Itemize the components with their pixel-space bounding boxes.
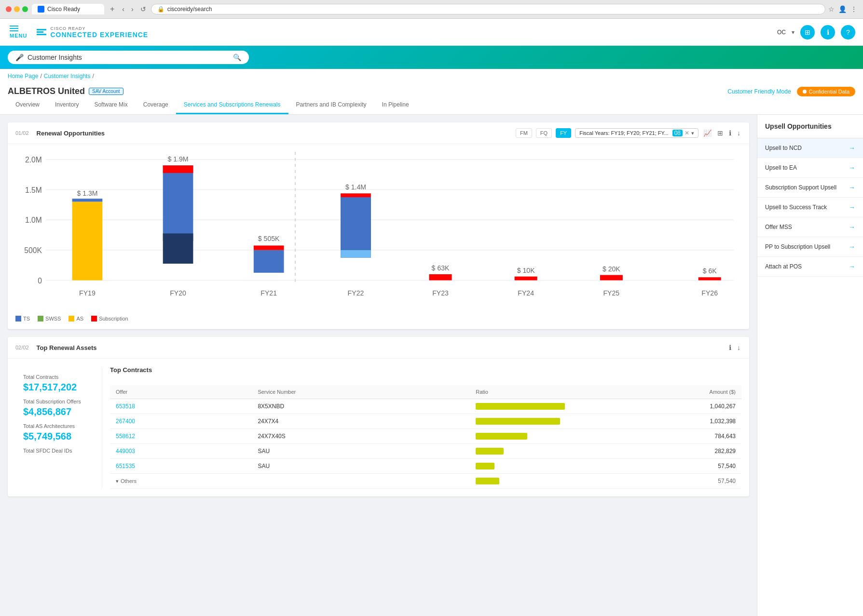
tab-overview[interactable]: Overview [8,96,47,114]
svg-rect-21 [254,245,284,250]
maximize-dot[interactable] [22,6,28,12]
top-renewal-download-icon[interactable]: ↓ [736,343,741,352]
top-renewal-controls: ℹ ↓ [728,343,741,352]
fm-button[interactable]: FM [516,128,532,138]
legend-swss: SWSS [38,316,61,321]
service-5: SAU [252,459,470,474]
logo-bar-3 [37,34,46,35]
service-2: 24X7X4 [252,414,470,429]
account-right: Customer Friendly Mode Confidential Data [727,87,855,96]
menu-dots-icon[interactable]: ⋮ [850,5,857,13]
success-track-arrow: → [849,203,855,211]
sidebar-item-attach-pos[interactable]: Attach at POS → [757,257,863,277]
sidebar-item-upsell-ea[interactable]: Upsell to EA → [757,158,863,178]
upsell-ea-label: Upsell to EA [765,164,797,171]
sidebar-item-sub-support[interactable]: Subscription Support Upsell → [757,178,863,198]
back-button[interactable]: ‹ [120,4,126,14]
tab-services-renewals[interactable]: Services and Subscriptions Renewals [176,96,288,114]
others-expand-button[interactable]: ▾ Others [116,478,137,484]
table-row: 653518 8X5XNBD 1,040,267 [110,399,741,414]
attach-pos-arrow: → [849,263,855,270]
new-tab-button[interactable]: + [108,5,116,13]
filter-tag[interactable]: Fiscal Years: FY19; FY20; FY21; FY... 08… [575,128,699,138]
breadcrumb-sep-2: / [92,73,94,80]
col-service: Service Number [252,385,470,399]
offer-link-5[interactable]: 651535 [116,463,135,469]
help-icon[interactable]: ? [841,25,855,40]
search-bar[interactable]: 🎤 🔍 [8,51,249,64]
col-offer: Offer [110,385,252,399]
chart-bar-icon[interactable]: ⊞ [716,128,724,138]
svg-rect-27 [341,250,371,258]
refresh-button[interactable]: ↺ [138,4,148,14]
top-renewal-info-icon[interactable]: ℹ [728,343,732,352]
service-4: SAU [252,444,470,459]
col-amount: Amount ($) [575,385,741,399]
svg-text:$ 1.9M: $ 1.9M [168,155,189,163]
star-icon[interactable]: ☆ [828,5,835,13]
renewal-chart-svg: 2.0M 1.5M 1.0M 500K 0 $ 1. [15,152,741,310]
sidebar-item-upsell-ncd[interactable]: Upsell to NCD → [757,138,863,158]
tab-software-mix[interactable]: Software Mix [86,96,135,114]
filter-close-icon[interactable]: ✕ [685,130,689,136]
mic-icon[interactable]: 🎤 [15,54,24,61]
main-content: 01/02 Renewal Opportunities FM FQ FY Fis… [0,115,757,616]
oc-label: OC [777,29,786,36]
download-icon[interactable]: ↓ [736,128,741,138]
fy-button[interactable]: FY [556,128,571,138]
others-service [252,474,470,489]
svg-text:FY24: FY24 [518,289,534,297]
card-controls: FM FQ FY Fiscal Years: FY19; FY20; FY21;… [516,128,741,138]
fq-button[interactable]: FQ [536,128,552,138]
svg-rect-25 [341,197,371,250]
customer-mode-link[interactable]: Customer Friendly Mode [727,88,791,95]
minimize-dot[interactable] [14,6,20,12]
tab-favicon [38,6,44,13]
svg-text:0: 0 [38,277,42,285]
address-bar[interactable]: 🔒 ciscoreidy/search [151,4,825,14]
ratio-cell-5 [470,459,575,474]
grid-icon[interactable]: ⊞ [800,25,815,40]
breadcrumb-home[interactable]: Home Page [8,73,38,80]
info-circle-icon[interactable]: ℹ [728,128,732,138]
table-row-others: ▾ Others 57,540 [110,474,741,489]
breadcrumb: Home Page / Customer Insights / [0,69,863,83]
success-track-label: Upsell to Success Track [765,204,827,211]
menu-button[interactable]: MENU [8,24,29,40]
close-dot[interactable] [6,6,12,12]
sidebar-item-success-track[interactable]: Upsell to Success Track → [757,198,863,217]
tab-in-pipeline[interactable]: In Pipeline [374,96,417,114]
offer-link-1[interactable]: 653518 [116,403,135,410]
chevron-down-icon[interactable]: ▾ [792,29,795,36]
profile-icon[interactable]: 👤 [838,5,847,13]
search-input[interactable] [27,54,229,61]
forward-button[interactable]: › [129,4,136,14]
ratio-cell-1 [470,399,575,414]
tab-inventory[interactable]: Inventory [47,96,86,114]
search-icon[interactable]: 🔍 [233,54,241,61]
tab-partners-ib[interactable]: Partners and IB Complexity [288,96,374,114]
svg-text:$ 6K: $ 6K [703,267,717,275]
chart-line-icon[interactable]: 📈 [702,128,712,138]
amount-1: 1,040,267 [575,399,741,414]
sidebar-item-offer-mss[interactable]: Offer MSS → [757,217,863,237]
offer-link-2[interactable]: 267400 [116,418,135,425]
legend-as-color [68,316,74,321]
total-contracts-value: $17,517,202 [23,382,94,393]
svg-rect-20 [254,250,284,273]
confidential-text: Confidential Data [809,89,849,94]
filter-dropdown-icon[interactable]: ▾ [691,130,694,136]
info-icon[interactable]: ℹ [821,25,835,40]
sidebar-item-pp-sub[interactable]: PP to Subscription Upsell → [757,237,863,257]
offer-link-3[interactable]: 558612 [116,433,135,440]
legend-as: AS [68,316,83,321]
breadcrumb-insights[interactable]: Customer Insights [44,73,91,80]
offer-link-4[interactable]: 449003 [116,448,135,455]
total-sub-label: Total Subscription Offers [23,399,94,404]
tab-title: Cisco Ready [47,6,80,13]
svg-rect-17 [163,165,193,173]
svg-rect-36 [600,275,623,281]
browser-tab[interactable]: Cisco Ready [32,4,104,14]
logo-icon [37,29,46,35]
tab-coverage[interactable]: Coverage [136,96,176,114]
